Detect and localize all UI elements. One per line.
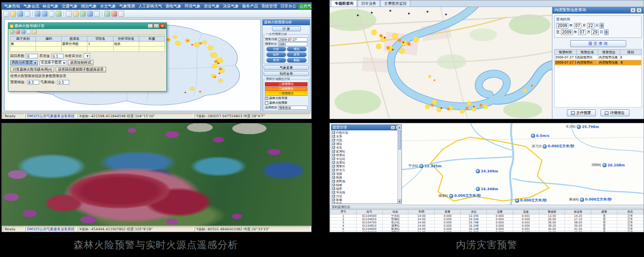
percent-select[interactable]: ▼	[84, 53, 90, 58]
station-marker[interactable]: 0.000立方米/秒	[515, 198, 546, 203]
close-icon[interactable]: ✕	[160, 24, 165, 28]
station-row[interactable]: 161104500宁乡站14:000.00012.345 0.0000.0011…	[330, 214, 644, 218]
menu-item[interactable]: 水文气象	[99, 4, 117, 9]
station-row[interactable]: 461104810湘潭站14:000.00016.348 0.0060.0003…	[330, 224, 644, 228]
warning-row[interactable]: 2009-07-27 14时内涝预警区内涝预警信息Ⅲ	[555, 60, 642, 65]
checkbox-icon[interactable]	[332, 150, 335, 153]
table-row[interactable]: 面森林分布图1地类	[10, 42, 165, 47]
remote-sensing-image[interactable]	[2, 123, 311, 226]
checkbox-icon[interactable]	[332, 131, 335, 134]
full-extent-icon[interactable]	[56, 11, 62, 17]
scroll-down-icon[interactable]: ▼	[398, 199, 401, 203]
station-marker-icon[interactable]	[419, 164, 423, 168]
style-button[interactable]: 设置绘制样式	[68, 60, 93, 65]
menu-item[interactable]: 系统管理	[260, 4, 279, 9]
station-marker-icon[interactable]	[580, 198, 584, 202]
menu-item[interactable]: 气象告知	[3, 4, 21, 9]
checkbox-icon[interactable]	[332, 191, 335, 194]
tab-thematic-query[interactable]: 专题图查询	[331, 0, 357, 7]
menu-item[interactable]: 决策气象	[222, 4, 240, 9]
measure-icon[interactable]	[80, 11, 86, 17]
tab-daily-work[interactable]: 日常业务	[358, 0, 380, 7]
station-marker[interactable]: 16.348m	[476, 187, 498, 191]
tab-layer-monitor[interactable]: 主要图层监控	[380, 0, 410, 7]
collapse-icon[interactable]: ▾	[391, 126, 395, 129]
checkbox-icon[interactable]	[265, 97, 268, 100]
open-icon[interactable]	[10, 11, 16, 17]
checkbox-icon[interactable]	[332, 157, 335, 160]
menu-item[interactable]: 交通气象	[60, 4, 79, 9]
menu-item[interactable]: 湖泊气象	[79, 4, 98, 9]
menu-item[interactable]: 公共气象服务网	[298, 4, 311, 9]
checkbox-icon[interactable]	[332, 139, 335, 142]
checkbox-icon[interactable]	[332, 165, 335, 168]
checkbox-icon[interactable]	[332, 172, 335, 175]
checkbox-icon[interactable]	[332, 135, 335, 138]
checkbox-icon[interactable]	[332, 161, 335, 164]
menu-item[interactable]: 日常办公	[279, 4, 298, 9]
checkbox-icon[interactable]	[332, 176, 335, 179]
station-marker[interactable]: 宁乡站12.345m	[408, 164, 442, 168]
legend-icon[interactable]	[94, 11, 100, 17]
fire-grade-checkbox-row[interactable]: 森林火险等级	[265, 96, 308, 100]
menu-item[interactable]: 环境气象	[183, 4, 202, 9]
make-publish-button[interactable]: 制作发布	[264, 71, 309, 76]
met-elements-button[interactable]: 气象要素	[264, 65, 309, 70]
dialog-title-bar[interactable]: 森林火险等级计算 – □ ✕	[8, 23, 166, 29]
export-icon[interactable]	[32, 29, 37, 34]
select-icon[interactable]	[66, 11, 72, 17]
end-year-input[interactable]: 2009	[561, 29, 573, 35]
zoom-out-icon[interactable]	[42, 11, 48, 17]
station-marker-icon[interactable]	[476, 169, 480, 173]
station-marker[interactable]: 株洲站0.000立方米/秒	[569, 197, 611, 202]
station-marker[interactable]: 0.5m/s	[531, 134, 549, 138]
checkbox-icon[interactable]	[265, 101, 268, 105]
file-plan-button[interactable]: 文件预案	[567, 109, 596, 116]
warn-threshold-input[interactable]: 8.5	[27, 80, 39, 85]
scroll-up-icon[interactable]: ▲	[398, 125, 401, 129]
layer-item[interactable]: 网格	[332, 202, 396, 203]
calc-grade-button[interactable]: 计算森林火险等级布局(4)	[10, 67, 54, 72]
action-button[interactable]: 删除	[287, 58, 307, 63]
station-marker-icon[interactable]	[577, 125, 581, 129]
maximize-icon[interactable]: □	[154, 24, 159, 28]
collapse-icon[interactable]: ▾	[630, 8, 636, 13]
delete-icon[interactable]	[15, 29, 20, 34]
warning-row[interactable]: 2009-07-27 11时风险预警区内涝预警信息Ⅱ	[555, 55, 642, 60]
scrollbar-thumb[interactable]	[398, 130, 401, 150]
action-button[interactable]: 制作	[266, 52, 286, 57]
layer-panel-title-bar[interactable]: 图层管理 ▾ ✕	[331, 125, 401, 130]
save-icon[interactable]	[21, 29, 26, 34]
menu-item[interactable]: 气象预测	[118, 4, 136, 9]
panel-title-bar[interactable]: 内涝预警信息查询 ▾ ✕	[552, 7, 644, 14]
detail-report-button[interactable]: 详情报告	[601, 109, 630, 116]
action-button[interactable]: 分析	[266, 47, 286, 51]
layer-select[interactable]: 预警图层	[278, 106, 308, 110]
zoom-in-icon[interactable]	[35, 11, 41, 17]
warning-date-input[interactable]: 2009-07-27	[278, 37, 308, 42]
print-icon[interactable]	[24, 11, 30, 17]
layer-scrollbar[interactable]: ▲ ▼	[397, 125, 401, 203]
submit-query-button[interactable]: 提 交 查 询	[570, 40, 626, 47]
date-spinner[interactable]: ▲▼	[604, 29, 608, 35]
checkbox-icon[interactable]	[332, 202, 335, 203]
refresh-icon[interactable]	[104, 11, 110, 17]
start-day-input[interactable]: 22	[587, 23, 594, 29]
fire-risk-map[interactable]: 长沙市 森林火险等级计算 – □ ✕ 因子类别编码	[4, 19, 261, 111]
date-spinner[interactable]: ▲▼	[600, 23, 604, 29]
regression-input[interactable]: 0	[26, 54, 38, 58]
sublayer-select[interactable]: 请选择子图层▼	[39, 60, 67, 65]
checkbox-icon[interactable]	[332, 187, 335, 190]
checkbox-icon[interactable]	[332, 199, 335, 201]
db-settings-button[interactable]: 设置回归更新因子数据库设置	[56, 67, 106, 72]
city-flood-map[interactable]	[330, 7, 552, 119]
station-row[interactable]: 661105020浏阳站14:000.00025.798 0.0000.0004…	[330, 231, 644, 233]
settings-icon[interactable]	[111, 11, 117, 17]
action-button[interactable]: 查询	[266, 58, 286, 63]
new-icon[interactable]	[3, 11, 9, 17]
checkbox-icon[interactable]	[332, 146, 335, 149]
station-marker-icon[interactable]	[602, 163, 607, 167]
checkbox-icon[interactable]	[332, 180, 335, 183]
menu-item[interactable]: 人工影响天气	[137, 4, 164, 9]
station-marker-icon[interactable]	[531, 134, 535, 138]
